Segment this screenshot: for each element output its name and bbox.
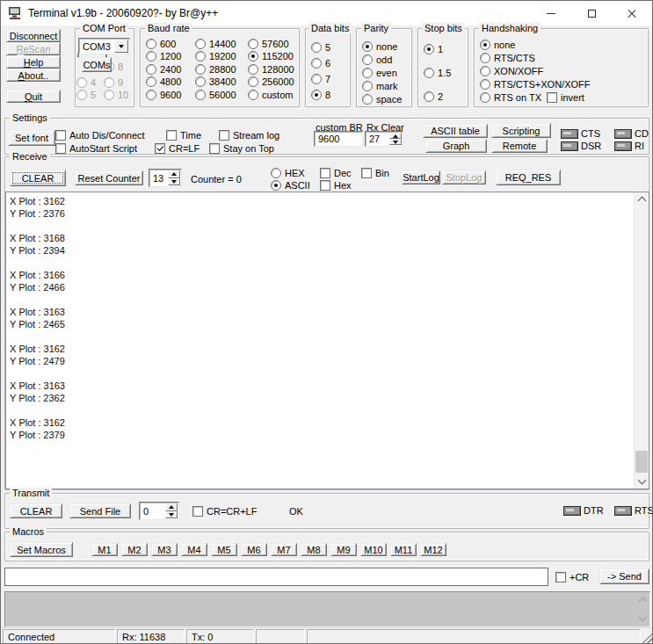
receive-clear-button[interactable]: CLEAR <box>10 170 66 186</box>
quit-button[interactable]: Quit <box>6 90 61 103</box>
minimize-button[interactable] <box>531 1 571 25</box>
scroll-down-button[interactable] <box>635 611 649 626</box>
scroll-down-button[interactable] <box>635 474 649 488</box>
remote-button[interactable]: Remote <box>491 139 548 153</box>
radio-baud-56000[interactable]: 56000 <box>195 89 236 100</box>
radio-parity-none[interactable]: none <box>362 40 397 52</box>
coms-button[interactable]: COMs <box>82 57 112 72</box>
plus-cr-checkbox[interactable]: +CR <box>555 571 589 582</box>
radio-baud-256000[interactable]: 256000 <box>248 76 294 87</box>
radio-databits-6[interactable]: 6 <box>311 57 330 69</box>
macro-button-m3[interactable]: M3 <box>151 543 178 556</box>
ascii-table-button[interactable]: ASCII table <box>423 124 488 138</box>
radio-baud-19200[interactable]: 19200 <box>195 50 236 62</box>
transmit-clear-button[interactable]: CLEAR <box>10 503 62 518</box>
about-button[interactable]: About.. <box>6 69 61 82</box>
spin-down-icon[interactable] <box>168 178 180 186</box>
radio-parity-even[interactable]: even <box>362 67 397 78</box>
disconnect-button[interactable]: Disconnect <box>6 29 61 42</box>
macro-button-m7[interactable]: M7 <box>271 543 297 556</box>
macro-button-m4[interactable]: M4 <box>181 543 207 556</box>
auto-disconnect-checkbox[interactable]: Auto Dis/Connect <box>55 129 145 141</box>
autostart-script-checkbox[interactable]: AutoStart Script <box>55 142 137 154</box>
rx-clear-stepper[interactable]: 27 <box>365 131 403 147</box>
macro-button-m5[interactable]: M5 <box>211 543 237 556</box>
macro-button-m10[interactable]: M10 <box>360 543 387 556</box>
hex-checkbox[interactable]: Hex <box>320 179 352 191</box>
stream-log-checkbox[interactable]: Stream log <box>219 129 279 141</box>
spin-up-icon[interactable] <box>168 170 180 178</box>
radio-baud-128000[interactable]: 128000 <box>248 63 294 75</box>
scrollbar-thumb[interactable] <box>635 451 648 473</box>
spin-down-icon[interactable] <box>165 511 178 519</box>
bin-checkbox[interactable]: Bin <box>361 167 389 178</box>
resize-grip[interactable] <box>640 633 652 644</box>
dec-checkbox[interactable]: Dec <box>320 167 352 178</box>
com-port-select[interactable]: COM3 <box>78 38 130 54</box>
radio-baud-4800[interactable]: 4800 <box>146 76 181 87</box>
spin-up-icon[interactable] <box>389 133 402 139</box>
set-font-button[interactable]: Set font <box>8 130 55 146</box>
stay-on-top-checkbox[interactable]: Stay on Top <box>209 142 274 154</box>
radio-databits-7[interactable]: 7 <box>311 73 330 84</box>
radio-baud-9600[interactable]: 9600 <box>146 89 181 100</box>
macro-button-m9[interactable]: M9 <box>330 543 357 556</box>
counter-stepper[interactable]: 13 <box>149 169 182 187</box>
radio-parity-odd[interactable]: odd <box>362 54 392 65</box>
set-macros-button[interactable]: Set Macros <box>10 542 73 557</box>
radio-ascii-mode[interactable]: ASCII <box>271 179 310 191</box>
radio-databits-5[interactable]: 5 <box>311 41 330 53</box>
radio-parity-space[interactable]: space <box>362 93 402 105</box>
radio-handshake-xonxoff[interactable]: XON/XOFF <box>480 65 543 76</box>
radio-baud-600[interactable]: 600 <box>146 38 176 49</box>
transmit-delay-stepper[interactable]: 0 <box>139 502 179 520</box>
receive-output-area[interactable]: X Plot : 3162 Y Plot : 2376 X Plot : 316… <box>5 192 649 489</box>
startlog-button[interactable]: StartLog <box>402 170 440 185</box>
radio-handshake-rts-on-tx[interactable]: RTS on TX <box>480 91 541 103</box>
spin-up-icon[interactable] <box>165 503 178 511</box>
radio-baud-38400[interactable]: 38400 <box>195 76 236 87</box>
radio-baud-14400[interactable]: 14400 <box>195 38 236 49</box>
req-res-button[interactable]: REQ_RES <box>496 170 561 185</box>
macro-button-m8[interactable]: M8 <box>301 543 327 556</box>
radio-stopbits-1-5[interactable]: 1.5 <box>424 67 451 78</box>
radio-baud-1200[interactable]: 1200 <box>146 50 181 62</box>
rts-led-button[interactable]: RTS <box>614 505 653 516</box>
scroll-up-button[interactable] <box>635 192 649 206</box>
radio-hex-mode[interactable]: HEX <box>271 167 305 178</box>
radio-baud-2400[interactable]: 2400 <box>146 63 181 75</box>
radio-stopbits-1[interactable]: 1 <box>424 43 443 54</box>
radio-handshake-rtscts[interactable]: RTS/CTS <box>480 52 535 63</box>
radio-databits-8[interactable]: 8 <box>311 89 330 100</box>
graph-button[interactable]: Graph <box>425 139 487 153</box>
radio-baud-57600[interactable]: 57600 <box>248 38 289 49</box>
radio-baud-custom[interactable]: custom <box>248 89 293 100</box>
send-input[interactable] <box>4 568 548 586</box>
radio-baud-28800[interactable]: 28800 <box>195 63 236 75</box>
time-checkbox[interactable]: Time <box>166 129 201 141</box>
dropdown-arrow-icon[interactable] <box>114 40 128 53</box>
custom-br-input[interactable]: 9600 <box>314 131 363 147</box>
reset-counter-button[interactable]: Reset Counter <box>75 170 143 185</box>
scroll-up-button[interactable] <box>635 593 649 607</box>
receive-scrollbar[interactable] <box>634 192 649 488</box>
send-button[interactable]: -> Send <box>599 568 649 584</box>
macro-button-m6[interactable]: M6 <box>241 543 267 556</box>
close-button[interactable] <box>612 1 652 25</box>
spin-down-icon[interactable] <box>389 139 402 145</box>
radio-stopbits-2[interactable]: 2 <box>424 90 443 102</box>
radio-handshake-rtscts-xonxoff[interactable]: RTS/CTS+XON/XOFF <box>480 78 591 90</box>
dtr-led-button[interactable]: DTR <box>563 505 604 516</box>
radio-handshake-none[interactable]: none <box>480 39 515 50</box>
invert-checkbox[interactable]: invert <box>547 91 584 103</box>
cr-crlf-checkbox[interactable]: CR=CR+LF <box>192 505 257 517</box>
macro-button-m2[interactable]: M2 <box>121 543 148 556</box>
crlf-checkbox[interactable]: CR=LF <box>155 142 200 154</box>
maximize-button[interactable] <box>571 1 612 25</box>
macro-button-m1[interactable]: M1 <box>91 543 118 556</box>
send-file-button[interactable]: Send File <box>69 503 131 518</box>
macro-button-m11[interactable]: M11 <box>390 543 417 556</box>
radio-parity-mark[interactable]: mark <box>362 80 397 91</box>
macro-button-m12[interactable]: M12 <box>420 543 446 556</box>
scripting-button[interactable]: Scripting <box>491 123 551 138</box>
